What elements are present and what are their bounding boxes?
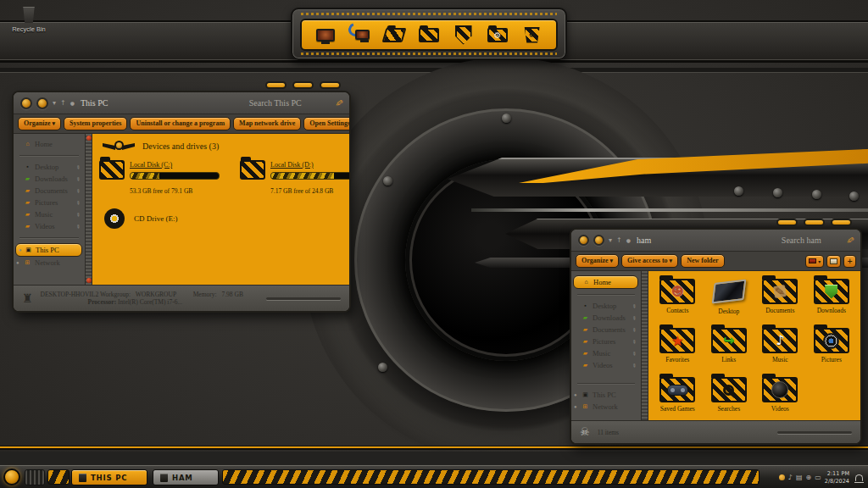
close-button[interactable]: [320, 81, 341, 89]
sidebar-item-this-pc[interactable]: ●▣This PC: [571, 389, 641, 401]
dock-library-folder-button[interactable]: [416, 23, 442, 47]
preview-pane-button[interactable]: [826, 255, 841, 268]
zoom-slider[interactable]: [777, 431, 852, 434]
folder-videos[interactable]: Videos: [754, 373, 806, 421]
sidebar-item-home[interactable]: ⌂Home: [573, 275, 638, 289]
folder-label: Links: [721, 356, 736, 363]
back-button[interactable]: [578, 235, 589, 246]
search-input[interactable]: Search ham: [782, 236, 821, 245]
sidebar-item-documents[interactable]: ▰Documents✎: [14, 185, 85, 197]
folder-searches[interactable]: Searches: [704, 373, 755, 421]
uninstall-button[interactable]: Uninstall or change a program: [130, 117, 231, 130]
minimize-button[interactable]: [776, 219, 798, 226]
search-input[interactable]: Search This PC: [249, 98, 302, 108]
up-icon[interactable]: ↑: [60, 99, 66, 107]
folder-downloads[interactable]: Downloads: [806, 274, 858, 323]
expander-icon[interactable]: ●: [574, 392, 577, 397]
rivet: [812, 190, 821, 199]
sidebar-item-desktop[interactable]: ▪Desktop✎: [14, 161, 85, 173]
up-icon[interactable]: ↑: [616, 236, 622, 244]
scrollbar[interactable]: [85, 134, 92, 285]
sidebar-item-music[interactable]: ▰Music✎: [571, 347, 641, 359]
folder-favorites[interactable]: ★Favorites: [652, 324, 704, 372]
tray-volume-icon[interactable]: ♪: [788, 474, 793, 481]
taskbar-button-ham[interactable]: HAM: [153, 469, 219, 485]
tray-device-icon[interactable]: ▭: [815, 474, 821, 481]
film-reel-icon: [771, 381, 788, 398]
organize-button[interactable]: Organize ▾: [576, 254, 619, 268]
taskbar-clock[interactable]: 2:11 PM 2/8/2024: [825, 470, 849, 485]
expander-icon[interactable]: ●: [19, 247, 22, 252]
organize-button[interactable]: Organize ▾: [18, 117, 61, 130]
sidebar-item-this-pc[interactable]: ●▣This PC: [15, 243, 82, 257]
folder-contacts[interactable]: ☻Contacts: [652, 274, 704, 323]
cd-drive-label: CD Drive (E:): [134, 214, 178, 223]
sidebar-item-downloads[interactable]: ▰Downloads✎: [14, 173, 85, 185]
pictures-icon: ▰: [581, 338, 589, 345]
tray-network-icon[interactable]: ⊕: [806, 474, 812, 481]
recent-locations-icon[interactable]: ▾: [609, 236, 612, 244]
maximize-button[interactable]: [292, 81, 314, 89]
expand-ribbon-button[interactable]: +: [843, 255, 856, 268]
search-icon[interactable]: ✎: [843, 236, 855, 245]
address-path[interactable]: ham: [637, 236, 651, 245]
back-button[interactable]: [20, 97, 32, 109]
sidebar-item-desktop[interactable]: ▪Desktop✎: [571, 300, 641, 312]
sidebar-item-pictures[interactable]: ▰Pictures✎: [571, 336, 641, 347]
folder-documents[interactable]: ✎Documents: [754, 274, 806, 323]
search-icon[interactable]: ✎: [332, 98, 344, 108]
open-settings-button[interactable]: Open Settings: [303, 117, 351, 130]
map-network-drive-button[interactable]: Map network drive: [233, 117, 301, 130]
computer-icon: [355, 30, 370, 40]
folder-links[interactable]: ↪Links: [704, 324, 755, 372]
taskbar-button-this-pc[interactable]: THIS PC: [71, 469, 147, 485]
forward-button[interactable]: [593, 235, 604, 246]
desktop-recycle-bin[interactable]: Recycle Bin: [5, 7, 53, 33]
section-header[interactable]: Devices and drives (3): [92, 134, 349, 155]
drive-local-disk-d[interactable]: Local Disk (D:) 7.17 GB free of 24.8 GB: [240, 155, 349, 197]
sidebar-item-downloads[interactable]: ▰Downloads✎: [571, 312, 641, 324]
sidebar-item-videos[interactable]: ▰Videos✎: [571, 359, 641, 371]
system-properties-button[interactable]: System properties: [64, 117, 127, 130]
zoom-slider[interactable]: [266, 297, 341, 300]
dock-settings-button[interactable]: ⚙: [485, 23, 510, 47]
folder-desktop[interactable]: Desktop: [704, 274, 755, 323]
new-folder-button[interactable]: New folder: [681, 254, 725, 268]
dock-recycle-bin-button[interactable]: ♻: [520, 23, 545, 47]
give-access-button[interactable]: Give access to ▾: [621, 254, 678, 268]
dock-computer-button[interactable]: [313, 23, 338, 47]
sidebar-item-music[interactable]: ▰Music✎: [14, 208, 85, 220]
expander-icon[interactable]: ●: [574, 404, 577, 409]
tray-explorer-icon[interactable]: ▤: [796, 474, 803, 481]
drive-usage-bar: [270, 172, 349, 180]
scrollbar[interactable]: [641, 271, 648, 420]
minimize-button[interactable]: [265, 81, 287, 89]
recent-locations-icon[interactable]: ▾: [53, 99, 56, 107]
cd-drive[interactable]: CD Drive (E:): [92, 197, 349, 229]
scrollbar-top-dot: [86, 136, 92, 141]
tray-status-dot-icon[interactable]: [779, 474, 785, 480]
dock-network-computer-button[interactable]: [348, 23, 373, 47]
notifications-bell-icon[interactable]: [855, 474, 863, 481]
address-path[interactable]: This PC: [81, 98, 108, 108]
drive-local-disk-c[interactable]: Local Disk (C:) 53.3 GB free of 79.1 GB: [99, 155, 220, 197]
maximize-button[interactable]: [804, 219, 825, 226]
sidebar-item-home[interactable]: ⌂Home: [14, 138, 85, 150]
dock-open-folder-button[interactable]: [381, 23, 407, 47]
sidebar-item-videos[interactable]: ▰Videos✎: [14, 220, 85, 232]
gamepad-icon: [667, 385, 688, 396]
folder-saved-games[interactable]: Saved Games: [652, 373, 704, 421]
folder-pictures[interactable]: Pictures: [806, 324, 858, 372]
folder-music[interactable]: ♪Music: [754, 324, 806, 372]
dock-security-button[interactable]: [451, 23, 476, 47]
sidebar-item-network[interactable]: ●⊞Network: [571, 401, 641, 413]
forward-button[interactable]: [36, 97, 48, 109]
sidebar-item-network[interactable]: ●⊞Network: [14, 257, 85, 269]
views-dropdown-button[interactable]: ▾: [805, 255, 824, 268]
expander-icon[interactable]: ●: [16, 260, 19, 265]
chevron-down-icon: ▾: [818, 258, 821, 264]
sidebar-item-pictures[interactable]: ▰Pictures✎: [14, 197, 85, 208]
close-button[interactable]: [831, 219, 852, 226]
start-button[interactable]: [3, 469, 20, 485]
sidebar-item-documents[interactable]: ▰Documents✎: [571, 324, 641, 336]
